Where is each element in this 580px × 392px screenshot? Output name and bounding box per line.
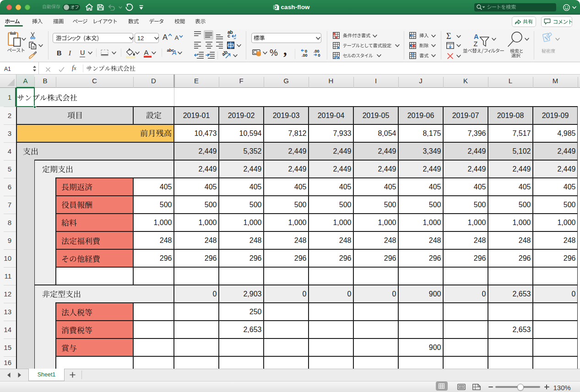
svg-text:A: A <box>474 33 479 40</box>
svg-text:.00: .00 <box>302 53 308 57</box>
svg-text:0: 0 <box>318 53 320 57</box>
svg-text:Z: Z <box>474 40 478 47</box>
